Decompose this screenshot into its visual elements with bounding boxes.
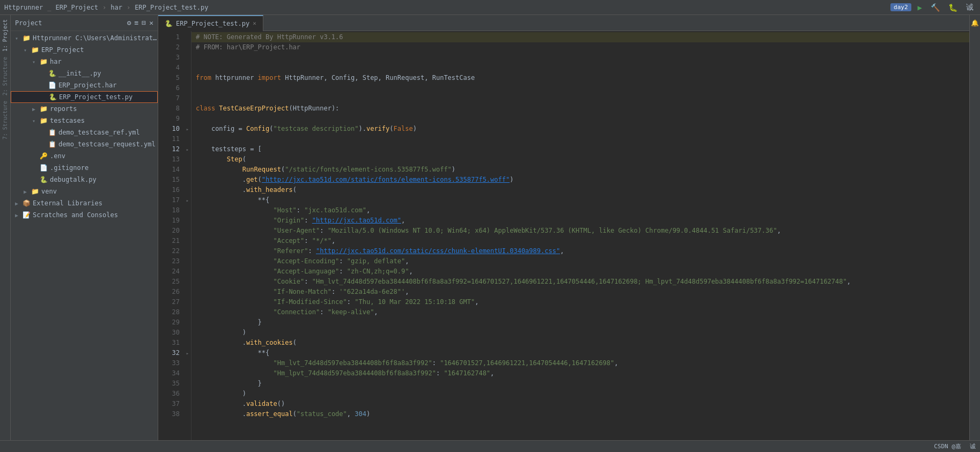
tree-demo-req[interactable]: ▶ 📋 demo_testcase_request.yml xyxy=(11,138,158,150)
ln-36: 36 xyxy=(158,389,180,399)
tab-close-icon[interactable]: ✕ xyxy=(253,20,256,27)
status-confirm: 诚 xyxy=(970,442,976,450)
ln-11: 11 xyxy=(158,134,180,144)
tree-scratches[interactable]: ▶ 📝 Scratches and Consoles xyxy=(11,209,158,221)
title-path1: ERP_Project xyxy=(55,4,98,11)
tree-reports[interactable]: ▶ 📁 reports xyxy=(11,103,158,115)
ln-35: 35 xyxy=(158,379,180,389)
ln-7: 7 xyxy=(158,93,180,103)
confirm-button[interactable]: 诚 xyxy=(964,3,976,12)
tree-root[interactable]: ▾ 📁 Httprunner C:\Users\Administrator\Py… xyxy=(11,32,158,44)
tree-testcases[interactable]: ▾ 📁 testcases xyxy=(11,115,158,127)
reports-folder-icon: 📁 xyxy=(40,105,48,113)
tree-init-py[interactable]: ▶ 🐍 __init__.py xyxy=(11,68,158,79)
fold-25 xyxy=(184,277,191,287)
favorites-side-icon[interactable]: 7: Structure xyxy=(1,99,9,142)
tree-erp-project[interactable]: ▾ 📁 ERP_Project xyxy=(11,44,158,56)
testcases-label: testcases xyxy=(50,117,85,124)
tree-erp-har[interactable]: ▶ 📄 ERP_project.har xyxy=(11,79,158,91)
fold-20 xyxy=(184,226,191,236)
demo-req-label: demo_testcase_request.yml xyxy=(58,140,156,148)
title-active-file: ERP_Project_test.py xyxy=(135,4,208,11)
fold-1 xyxy=(184,32,191,42)
run-button[interactable]: ▶ xyxy=(916,3,924,12)
fold-3 xyxy=(184,53,191,63)
fold-12[interactable]: ▸ xyxy=(184,144,191,154)
init-py-label: __init__.py xyxy=(58,70,101,77)
main-layout: 1: Project 2: Structure 7: Structure Pro… xyxy=(0,15,980,440)
code-line-37: .validate() xyxy=(191,399,969,409)
ln-15: 15 xyxy=(158,175,180,185)
fold-27 xyxy=(184,297,191,307)
code-line-16: .with_headers( xyxy=(191,185,969,195)
code-text-2: # FROM: har\ERP_Project.har xyxy=(196,42,300,53)
sidebar-toolbar: Project ⚙ ≡ ⊟ ✕ xyxy=(11,15,158,31)
fold-36 xyxy=(184,389,191,399)
code-line-31: .with_cookies( xyxy=(191,338,969,348)
ln-38: 38 xyxy=(158,409,180,419)
external-label: External Libraries xyxy=(33,199,102,207)
title-bar: Httprunner _ ERP_Project › har › ERP_Pro… xyxy=(0,0,980,15)
ln-14: 14 xyxy=(158,165,180,175)
fold-18 xyxy=(184,205,191,216)
fold-23 xyxy=(184,256,191,266)
sidebar-layout-icon[interactable]: ⊟ xyxy=(142,19,146,27)
ln-6: 6 xyxy=(158,83,180,93)
tab-erp-test[interactable]: 🐍 ERP_Project_test.py ✕ xyxy=(158,15,263,31)
tree-gitignore[interactable]: ▶ 📄 .gitignore xyxy=(11,162,158,174)
tree-debugtalk[interactable]: ▶ 🐍 debugtalk.py xyxy=(11,174,158,186)
code-line-25: "Cookie": "Hm_lvt_74d48d597eba3844408bf6… xyxy=(191,277,969,287)
fold-24 xyxy=(184,266,191,277)
har-folder-icon: 📁 xyxy=(40,58,48,65)
erp-project-folder-icon: 📁 xyxy=(31,46,39,54)
ln-32: 32 xyxy=(158,348,180,358)
fold-14 xyxy=(184,165,191,175)
ln-30: 30 xyxy=(158,328,180,338)
tree-demo-ref[interactable]: ▶ 📋 demo_testcase_ref.yml xyxy=(11,127,158,138)
tree-erp-test-py[interactable]: ▶ 🐍 ERP_Project_test.py xyxy=(11,91,158,103)
sidebar-close-icon[interactable]: ✕ xyxy=(149,19,153,27)
fold-10[interactable]: ▸ xyxy=(184,124,191,134)
code-line-33: "Hm_lvt_74d48d597eba3844408bf6f8a8a3f992… xyxy=(191,358,969,368)
notifications-icon[interactable]: 🔔 xyxy=(970,17,980,29)
title-bar-right: day2 ▶ 🔨 🐛 诚 xyxy=(890,3,976,12)
fold-17[interactable]: ▸ xyxy=(184,195,191,205)
code-text-1: # NOTE: Generated By HttpRunner v3.1.6 xyxy=(196,32,343,42)
fold-29 xyxy=(184,317,191,328)
erp-har-label: ERP_project.har xyxy=(58,81,116,89)
tree-external[interactable]: ▶ 📦 External Libraries xyxy=(11,197,158,209)
code-line-10: config = Config("testcase description").… xyxy=(191,124,969,134)
venv-folder-icon: 📁 xyxy=(31,188,39,195)
tree-har[interactable]: ▾ 📁 har xyxy=(11,56,158,68)
scratches-icon: 📝 xyxy=(23,211,31,219)
debug-button[interactable]: 🐛 xyxy=(946,3,960,12)
project-side-icon[interactable]: 1: Project xyxy=(1,17,9,54)
code-line-23: "Accept-Encoding": "gzip, deflate", xyxy=(191,256,969,266)
ln-26: 26 xyxy=(158,287,180,297)
tree-venv[interactable]: ▶ 📁 venv xyxy=(11,186,158,197)
scratches-label: Scratches and Consoles xyxy=(33,211,118,219)
sidebar-title: Project xyxy=(15,19,124,27)
project-sidebar: Project ⚙ ≡ ⊟ ✕ ▾ 📁 Httprunner C:\Users\… xyxy=(11,15,158,440)
build-button[interactable]: 🔨 xyxy=(929,3,942,12)
ln-2: 2 xyxy=(158,42,180,53)
code-line-9 xyxy=(191,114,969,124)
fold-15 xyxy=(184,175,191,185)
sidebar-settings-icon[interactable]: ≡ xyxy=(135,19,139,27)
env-label: .env xyxy=(50,152,65,160)
code-line-27: "If-Modified-Since": "Thu, 10 Mar 2022 1… xyxy=(191,297,969,307)
code-editor: 1 2 3 4 5 6 7 8 9 10 11 12 13 14 15 16 1… xyxy=(158,31,969,440)
ln-24: 24 xyxy=(158,266,180,277)
sidebar-gear-icon[interactable]: ⚙ xyxy=(127,19,131,27)
tree-env[interactable]: ▶ 🔑 .env xyxy=(11,150,158,162)
status-bar: CSDN @嘉 诚 xyxy=(0,440,980,452)
venv-label: venv xyxy=(41,188,57,195)
fold-32[interactable]: ▸ xyxy=(184,348,191,358)
structure-side-icon[interactable]: 2: Structure xyxy=(1,55,9,98)
code-line-30: ) xyxy=(191,328,969,338)
ln-29: 29 xyxy=(158,317,180,328)
erp-har-icon: 📄 xyxy=(48,81,56,89)
line-numbers: 1 2 3 4 5 6 7 8 9 10 11 12 13 14 15 16 1… xyxy=(158,31,184,440)
code-content[interactable]: # NOTE: Generated By HttpRunner v3.1.6 #… xyxy=(191,31,969,440)
fold-4 xyxy=(184,63,191,73)
